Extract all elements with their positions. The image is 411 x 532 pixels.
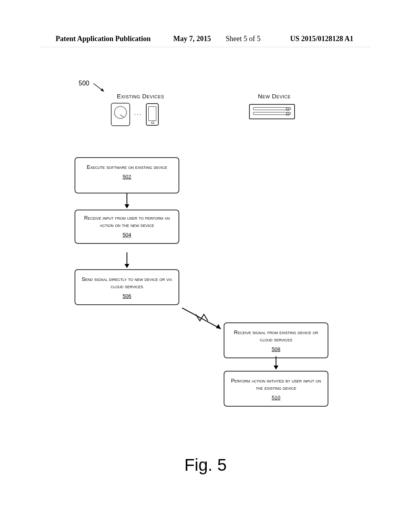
step-510-text: Perform action initiated by user input o… [231,378,321,391]
arrow-502-to-504-icon [127,193,127,208]
publication-date: May 7, 2015 [173,35,211,43]
step-506: Send signal directly to new device or vi… [75,269,179,305]
patent-page: Patent Application Publication May 7, 20… [0,0,411,532]
ellipsis: ··· [134,111,142,118]
step-506-number: 506 [80,293,174,300]
step-510-number: 510 [229,394,323,401]
existing-devices-group: ··· [111,103,159,126]
publication-label: Patent Application Publication [56,35,151,43]
step-502: Execute software on existing device 502 [75,157,179,193]
step-502-text: Execute software on existing device [87,164,167,170]
figure-reference-number: 500 [79,80,89,87]
column-heading-existing: Existing Devices [117,93,164,100]
step-510: Perform action initiated by user input o… [224,371,328,407]
svg-marker-1 [101,88,104,91]
arrow-504-to-506-icon [127,252,127,268]
hard-disk-icon [111,103,130,126]
header-rule [40,47,371,47]
step-502-number: 502 [80,173,174,181]
column-heading-new: New Device [258,93,291,100]
step-506-text: Send signal directly to new device or vi… [82,276,172,289]
publication-number: US 2015/0128128 A1 [290,35,353,43]
step-504-text: Receive input from user to perform an ac… [84,215,170,228]
phone-icon [146,103,159,126]
wireless-signal-arrow-icon [181,306,229,335]
step-508-number: 508 [229,346,323,353]
step-508: Receive signal from existing device or c… [224,322,328,358]
reference-leader-arrow-icon [93,83,109,95]
step-504-number: 504 [80,231,174,239]
new-device-group [249,104,295,119]
figure-caption: Fig. 5 [0,455,411,475]
step-504: Receive input from user to perform an ac… [75,210,179,244]
step-508-text: Receive signal from existing device or c… [234,329,318,343]
sheet-label: Sheet 5 of 5 [226,35,260,43]
media-drive-icon [249,104,295,119]
arrow-508-to-510-icon [276,356,276,369]
